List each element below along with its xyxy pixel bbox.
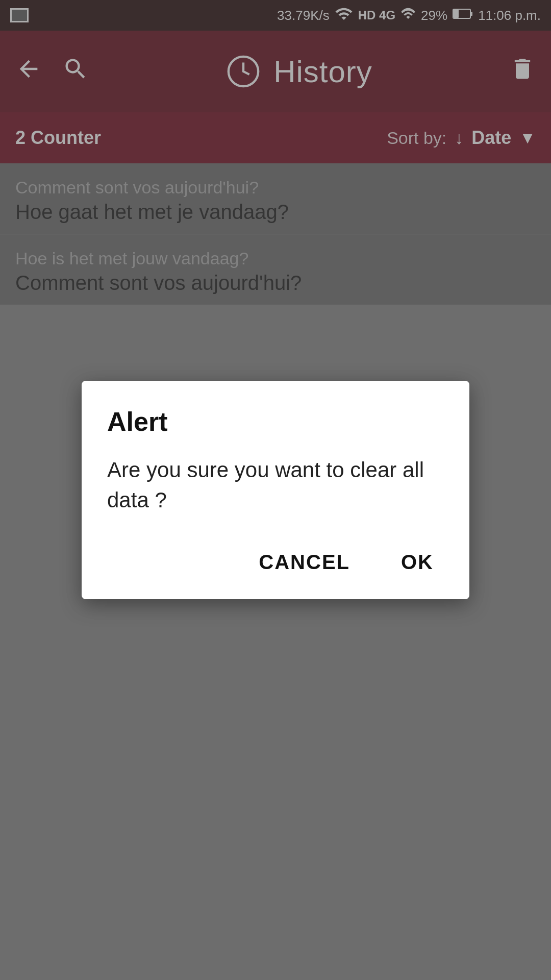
dialog-message: Are you sure you want to clear all data …	[107, 455, 444, 516]
dialog-overlay: Alert Are you sure you want to clear all…	[0, 0, 551, 980]
alert-dialog: Alert Are you sure you want to clear all…	[82, 381, 469, 600]
dialog-buttons: CANCEL OK	[107, 546, 444, 579]
cancel-button[interactable]: CANCEL	[248, 546, 360, 579]
ok-button[interactable]: OK	[391, 546, 444, 579]
dialog-title: Alert	[107, 406, 444, 437]
